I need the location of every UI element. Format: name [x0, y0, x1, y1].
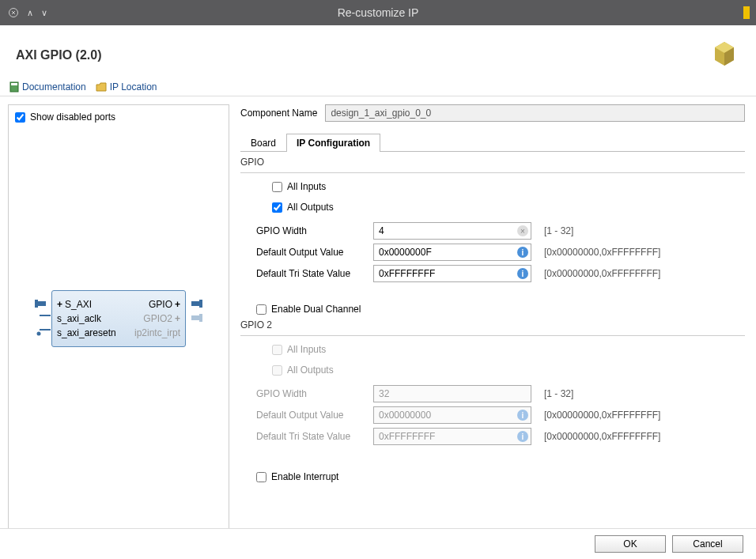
info-icon: i — [517, 431, 528, 442]
tabs: Board IP Configuration — [240, 133, 745, 152]
gpio2-default-output-range: [0x00000000,0xFFFFFFFF] — [544, 410, 660, 421]
documentation-link[interactable]: Documentation — [9, 81, 86, 93]
gpio-all-inputs-label: All Inputs — [287, 181, 326, 192]
gpio-default-tristate-label: Default Tri State Value — [256, 268, 367, 279]
info-icon: i — [517, 410, 528, 421]
tab-ip-configuration[interactable]: IP Configuration — [286, 134, 380, 152]
gpio-all-outputs-checkbox[interactable] — [272, 202, 282, 213]
svg-rect-17 — [199, 319, 202, 322]
ok-button[interactable]: OK — [595, 535, 666, 553]
port-ip2intc-irpt: ip2intc_irpt — [134, 327, 180, 338]
gpio2-width-label: GPIO Width — [256, 388, 367, 399]
ip-location-link[interactable]: IP Location — [96, 81, 157, 93]
gpio2-default-tristate-label: Default Tri State Value — [256, 431, 367, 442]
gpio-group: GPIO All Inputs All Outputs GPIO Width × — [240, 157, 745, 294]
gpio2-width-range: [1 - 32] — [544, 388, 573, 399]
enable-dual-channel-checkbox[interactable] — [256, 304, 266, 315]
svg-rect-14 — [199, 305, 202, 308]
vendor-logo — [709, 38, 740, 72]
gpio-all-outputs-label: All Outputs — [287, 202, 334, 213]
component-name-input[interactable] — [325, 104, 745, 122]
info-icon[interactable]: i — [517, 268, 528, 279]
gpio2-all-inputs-checkbox — [272, 345, 282, 355]
documentation-label: Documentation — [22, 81, 86, 93]
port-s-axi: S_AXI — [65, 299, 92, 310]
ip-location-label: IP Location — [110, 81, 157, 93]
right-panel: Component Name Board IP Configuration GP… — [237, 104, 748, 559]
header: AXI GPIO (2.0) — [0, 25, 756, 78]
svg-point-11 — [37, 332, 41, 336]
cancel-button[interactable]: Cancel — [672, 535, 743, 553]
titlebar: ∧ ∨ Re-customize IP — [0, 0, 756, 25]
enable-interrupt-label: Enable Interrupt — [271, 471, 338, 482]
port-s-axi-aclk: s_axi_aclk — [57, 313, 101, 324]
gpio-default-tristate-range: [0x00000000,0xFFFFFFFF] — [544, 268, 660, 279]
svg-rect-7 — [11, 83, 17, 85]
gpio2-default-output-input — [373, 406, 531, 424]
footer: OK Cancel — [0, 528, 756, 559]
gpio-width-label: GPIO Width — [256, 225, 367, 236]
port-s-axi-aresetn: s_axi_aresetn — [57, 327, 116, 338]
gpio-default-output-label: Default Output Value — [256, 247, 367, 258]
show-disabled-ports-label: Show disabled ports — [30, 111, 115, 123]
chevron-down-icon[interactable]: ∨ — [40, 8, 49, 18]
block-diagram[interactable]: +S_AXIGPIO+ s_axi_aclkGPIO2+ s_axi_arese… — [15, 129, 222, 508]
gpio2-width-input — [373, 385, 531, 402]
gpio-default-output-range: [0x00000000,0xFFFFFFFF] — [544, 247, 660, 258]
window-indicator — [743, 6, 750, 19]
gpio2-default-tristate-input — [373, 428, 531, 445]
svg-rect-13 — [199, 300, 202, 302]
gpio-width-range: [1 - 32] — [544, 225, 573, 236]
tab-board[interactable]: Board — [240, 134, 286, 152]
book-icon — [9, 81, 19, 93]
ip-block: +S_AXIGPIO+ s_axi_aclkGPIO2+ s_axi_arese… — [51, 290, 186, 347]
window-title: Re-customize IP — [338, 6, 419, 19]
enable-interrupt-checkbox[interactable] — [256, 472, 266, 482]
gpio2-all-outputs-checkbox — [272, 365, 282, 376]
folder-icon — [96, 82, 107, 92]
ip-title: AXI GPIO (2.0) — [16, 48, 101, 62]
left-panel: Show disabled ports +S_AXIGPIO+ s_axi_ac… — [8, 104, 229, 559]
gpio2-all-outputs-label: All Outputs — [287, 364, 334, 376]
gpio2-title: GPIO 2 — [240, 319, 745, 330]
gpio-all-inputs-checkbox[interactable] — [272, 182, 282, 192]
gpio2-default-tristate-range: [0x00000000,0xFFFFFFFF] — [544, 431, 660, 442]
gpio2-default-output-label: Default Output Value — [256, 410, 367, 421]
component-name-label: Component Name — [240, 108, 317, 119]
svg-rect-9 — [35, 300, 38, 302]
gpio2-group: GPIO 2 All Inputs All Outputs GPIO Width… — [240, 319, 745, 457]
enable-dual-channel-label: Enable Dual Channel — [271, 304, 361, 315]
port-gpio2: GPIO2 — [143, 313, 172, 324]
svg-rect-10 — [35, 305, 38, 308]
gpio-title: GPIO — [240, 157, 745, 168]
clear-icon[interactable]: × — [517, 225, 528, 236]
gpio2-all-inputs-label: All Inputs — [287, 344, 326, 355]
close-icon[interactable] — [6, 6, 21, 20]
port-gpio: GPIO — [149, 299, 172, 310]
show-disabled-ports-checkbox[interactable] — [15, 112, 25, 123]
svg-rect-16 — [199, 314, 202, 316]
chevron-up-icon[interactable]: ∧ — [25, 8, 35, 18]
main-content: Show disabled ports +S_AXIGPIO+ s_axi_ac… — [0, 96, 756, 559]
gpio-width-input[interactable] — [373, 222, 531, 240]
info-icon[interactable]: i — [517, 247, 528, 258]
gpio-default-tristate-input[interactable] — [373, 265, 531, 282]
toolbar: Documentation IP Location — [0, 78, 756, 96]
gpio-default-output-input[interactable] — [373, 244, 531, 261]
